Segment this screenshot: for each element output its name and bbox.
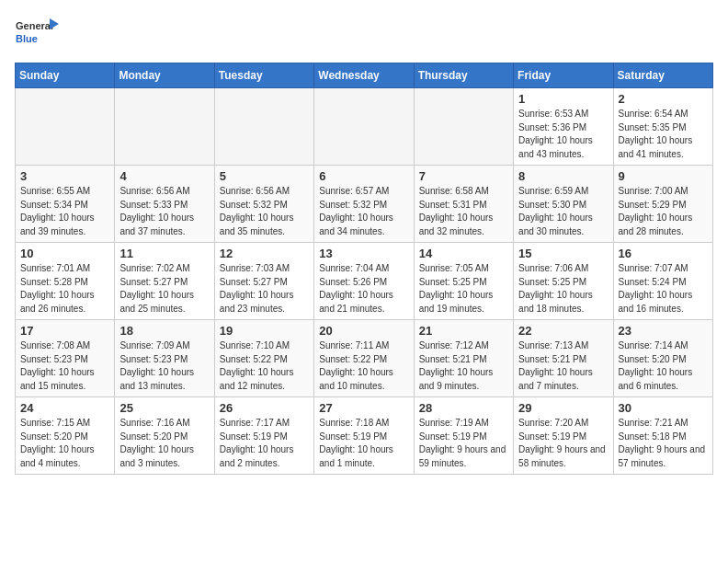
calendar-cell (115, 88, 214, 166)
calendar-table: SundayMondayTuesdayWednesdayThursdayFrid… (15, 63, 713, 475)
header: General Blue (15, 15, 713, 55)
calendar-cell: 3Sunrise: 6:55 AM Sunset: 5:34 PM Daylig… (16, 166, 115, 243)
day-info: Sunrise: 6:57 AM Sunset: 5:32 PM Dayligh… (319, 185, 408, 238)
day-number: 18 (119, 324, 209, 338)
calendar-cell: 23Sunrise: 7:14 AM Sunset: 5:20 PM Dayli… (613, 320, 712, 397)
calendar-cell: 2Sunrise: 6:54 AM Sunset: 5:35 PM Daylig… (613, 88, 712, 166)
calendar-cell: 14Sunrise: 7:05 AM Sunset: 5:25 PM Dayli… (414, 243, 513, 320)
weekday-header-tuesday: Tuesday (214, 63, 313, 88)
day-number: 25 (119, 401, 209, 415)
calendar-cell: 9Sunrise: 7:00 AM Sunset: 5:29 PM Daylig… (613, 166, 712, 243)
calendar-week-5: 24Sunrise: 7:15 AM Sunset: 5:20 PM Dayli… (16, 397, 713, 475)
day-info: Sunrise: 7:04 AM Sunset: 5:26 PM Dayligh… (319, 262, 408, 316)
day-info: Sunrise: 7:16 AM Sunset: 5:20 PM Dayligh… (119, 417, 209, 470)
day-number: 17 (20, 324, 109, 338)
day-info: Sunrise: 7:14 AM Sunset: 5:20 PM Dayligh… (619, 339, 708, 393)
day-info: Sunrise: 7:18 AM Sunset: 5:19 PM Dayligh… (319, 417, 408, 470)
day-number: 3 (20, 169, 109, 183)
logo: General Blue (15, 15, 61, 55)
day-number: 9 (619, 169, 708, 183)
day-number: 2 (619, 92, 708, 106)
calendar-cell: 18Sunrise: 7:09 AM Sunset: 5:23 PM Dayli… (115, 320, 214, 397)
day-info: Sunrise: 7:10 AM Sunset: 5:22 PM Dayligh… (220, 339, 309, 393)
calendar-cell: 1Sunrise: 6:53 AM Sunset: 5:36 PM Daylig… (514, 88, 613, 166)
calendar-cell: 10Sunrise: 7:01 AM Sunset: 5:28 PM Dayli… (16, 243, 115, 320)
day-number: 29 (518, 401, 608, 415)
svg-text:Blue: Blue (16, 33, 38, 44)
calendar-week-3: 10Sunrise: 7:01 AM Sunset: 5:28 PM Dayli… (16, 243, 713, 320)
day-number: 22 (518, 324, 608, 338)
day-number: 15 (518, 247, 608, 260)
day-info: Sunrise: 7:02 AM Sunset: 5:27 PM Dayligh… (119, 262, 209, 316)
day-info: Sunrise: 7:06 AM Sunset: 5:25 PM Dayligh… (518, 262, 608, 316)
calendar-cell: 6Sunrise: 6:57 AM Sunset: 5:32 PM Daylig… (314, 166, 414, 243)
calendar-cell: 20Sunrise: 7:11 AM Sunset: 5:22 PM Dayli… (314, 320, 414, 397)
calendar-cell: 12Sunrise: 7:03 AM Sunset: 5:27 PM Dayli… (214, 243, 313, 320)
day-number: 10 (20, 247, 109, 260)
calendar-cell (214, 88, 313, 166)
day-info: Sunrise: 7:03 AM Sunset: 5:27 PM Dayligh… (220, 262, 309, 316)
day-info: Sunrise: 7:17 AM Sunset: 5:19 PM Dayligh… (220, 417, 309, 470)
day-info: Sunrise: 7:11 AM Sunset: 5:22 PM Dayligh… (319, 339, 408, 393)
day-info: Sunrise: 7:20 AM Sunset: 5:19 PM Dayligh… (518, 417, 608, 470)
day-number: 7 (419, 169, 508, 183)
day-info: Sunrise: 7:09 AM Sunset: 5:23 PM Dayligh… (119, 339, 209, 393)
day-number: 27 (319, 401, 408, 415)
day-number: 23 (619, 324, 708, 338)
calendar-cell: 24Sunrise: 7:15 AM Sunset: 5:20 PM Dayli… (16, 397, 115, 475)
calendar-cell: 15Sunrise: 7:06 AM Sunset: 5:25 PM Dayli… (514, 243, 613, 320)
day-info: Sunrise: 7:19 AM Sunset: 5:19 PM Dayligh… (419, 417, 508, 470)
day-info: Sunrise: 7:00 AM Sunset: 5:29 PM Dayligh… (619, 185, 708, 238)
day-number: 5 (220, 169, 309, 183)
calendar-cell: 11Sunrise: 7:02 AM Sunset: 5:27 PM Dayli… (115, 243, 214, 320)
day-number: 26 (220, 401, 309, 415)
calendar-cell: 5Sunrise: 6:56 AM Sunset: 5:32 PM Daylig… (214, 166, 313, 243)
day-number: 30 (619, 401, 708, 415)
calendar-cell: 17Sunrise: 7:08 AM Sunset: 5:23 PM Dayli… (16, 320, 115, 397)
day-number: 20 (319, 324, 408, 338)
day-number: 11 (119, 247, 209, 260)
day-info: Sunrise: 7:01 AM Sunset: 5:28 PM Dayligh… (20, 262, 109, 316)
calendar-cell (414, 88, 513, 166)
weekday-header-thursday: Thursday (414, 63, 513, 88)
day-info: Sunrise: 7:07 AM Sunset: 5:24 PM Dayligh… (619, 262, 708, 316)
calendar-cell: 7Sunrise: 6:58 AM Sunset: 5:31 PM Daylig… (414, 166, 513, 243)
day-number: 13 (319, 247, 408, 260)
calendar-cell: 28Sunrise: 7:19 AM Sunset: 5:19 PM Dayli… (414, 397, 513, 475)
calendar-week-4: 17Sunrise: 7:08 AM Sunset: 5:23 PM Dayli… (16, 320, 713, 397)
day-number: 16 (619, 247, 708, 260)
calendar-cell: 22Sunrise: 7:13 AM Sunset: 5:21 PM Dayli… (514, 320, 613, 397)
calendar-cell: 30Sunrise: 7:21 AM Sunset: 5:18 PM Dayli… (613, 397, 712, 475)
day-number: 6 (319, 169, 408, 183)
day-number: 8 (518, 169, 608, 183)
weekday-header-saturday: Saturday (613, 63, 712, 88)
day-info: Sunrise: 6:56 AM Sunset: 5:32 PM Dayligh… (220, 185, 309, 238)
day-number: 19 (220, 324, 309, 338)
calendar-cell: 21Sunrise: 7:12 AM Sunset: 5:21 PM Dayli… (414, 320, 513, 397)
weekday-header-monday: Monday (115, 63, 214, 88)
day-info: Sunrise: 6:54 AM Sunset: 5:35 PM Dayligh… (619, 108, 708, 161)
calendar-cell: 8Sunrise: 6:59 AM Sunset: 5:30 PM Daylig… (514, 166, 613, 243)
day-info: Sunrise: 7:05 AM Sunset: 5:25 PM Dayligh… (419, 262, 508, 316)
calendar-cell: 27Sunrise: 7:18 AM Sunset: 5:19 PM Dayli… (314, 397, 414, 475)
day-number: 14 (419, 247, 508, 260)
weekday-header-wednesday: Wednesday (314, 63, 414, 88)
day-info: Sunrise: 6:58 AM Sunset: 5:31 PM Dayligh… (419, 185, 508, 238)
day-info: Sunrise: 7:21 AM Sunset: 5:18 PM Dayligh… (619, 417, 708, 470)
calendar-week-2: 3Sunrise: 6:55 AM Sunset: 5:34 PM Daylig… (16, 166, 713, 243)
calendar-cell: 29Sunrise: 7:20 AM Sunset: 5:19 PM Dayli… (514, 397, 613, 475)
calendar-cell: 25Sunrise: 7:16 AM Sunset: 5:20 PM Dayli… (115, 397, 214, 475)
day-info: Sunrise: 6:55 AM Sunset: 5:34 PM Dayligh… (20, 185, 109, 238)
calendar-cell: 19Sunrise: 7:10 AM Sunset: 5:22 PM Dayli… (214, 320, 313, 397)
svg-text:General: General (16, 20, 53, 31)
day-info: Sunrise: 6:53 AM Sunset: 5:36 PM Dayligh… (518, 108, 608, 161)
day-number: 21 (419, 324, 508, 338)
day-info: Sunrise: 7:13 AM Sunset: 5:21 PM Dayligh… (518, 339, 608, 393)
day-info: Sunrise: 6:56 AM Sunset: 5:33 PM Dayligh… (119, 185, 209, 238)
calendar-cell: 13Sunrise: 7:04 AM Sunset: 5:26 PM Dayli… (314, 243, 414, 320)
weekday-header-sunday: Sunday (16, 63, 115, 88)
calendar-cell: 4Sunrise: 6:56 AM Sunset: 5:33 PM Daylig… (115, 166, 214, 243)
day-info: Sunrise: 6:59 AM Sunset: 5:30 PM Dayligh… (518, 185, 608, 238)
day-info: Sunrise: 7:08 AM Sunset: 5:23 PM Dayligh… (20, 339, 109, 393)
day-number: 24 (20, 401, 109, 415)
